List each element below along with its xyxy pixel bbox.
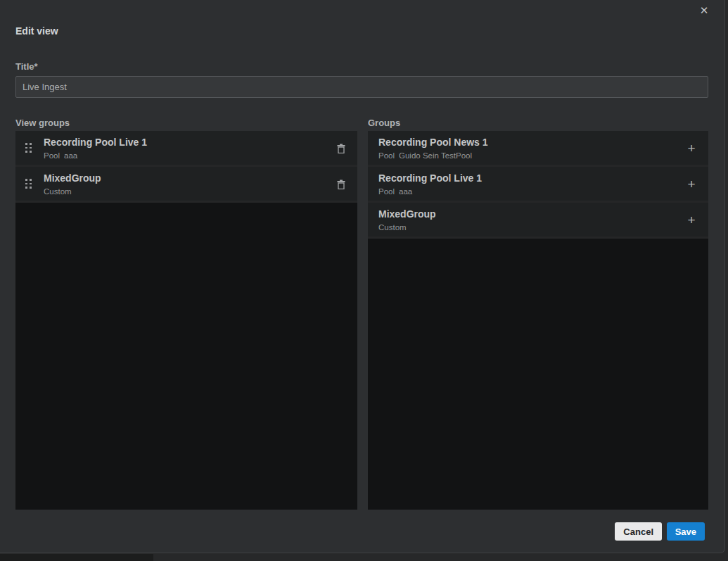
plus-icon[interactable]: +	[684, 140, 698, 157]
view-group-row[interactable]: MixedGroup Custom	[15, 167, 357, 203]
group-meta-value: Guido Sein TestPool	[399, 151, 472, 160]
group-subtitle: Custom	[378, 223, 411, 232]
trash-icon[interactable]	[335, 142, 347, 155]
group-subtitle: Poolaaa	[44, 151, 77, 160]
page-behind-modal	[0, 554, 153, 561]
group-title: Recording Pool Live 1	[44, 137, 147, 148]
group-subtitle: Poolaaa	[378, 187, 412, 196]
edit-view-dialog: Edit view ✕ Title* View groups Groups Re…	[0, 0, 725, 553]
plus-icon[interactable]: +	[684, 176, 698, 193]
group-title: MixedGroup	[378, 208, 436, 220]
available-group-row[interactable]: Recording Pool Live 1 Poolaaa +	[368, 167, 708, 203]
group-type: Pool	[378, 187, 395, 196]
save-button[interactable]: Save	[667, 522, 705, 541]
group-type: Custom	[44, 187, 72, 196]
drag-handle-icon[interactable]	[25, 143, 32, 154]
trash-icon[interactable]	[335, 178, 347, 191]
available-group-row[interactable]: MixedGroup Custom +	[368, 203, 708, 239]
cancel-button[interactable]: Cancel	[615, 522, 662, 541]
view-groups-label: View groups	[15, 118, 70, 128]
groups-panel: Recording Pool News 1 PoolGuido Sein Tes…	[368, 131, 708, 510]
plus-icon[interactable]: +	[684, 212, 698, 229]
group-title: Recording Pool Live 1	[378, 172, 482, 184]
group-meta-value: aaa	[64, 151, 77, 160]
view-group-row[interactable]: Recording Pool Live 1 Poolaaa	[15, 131, 357, 167]
group-title: MixedGroup	[44, 172, 101, 184]
group-meta-value: aaa	[399, 187, 412, 196]
group-subtitle: Custom	[44, 187, 76, 196]
group-type: Pool	[378, 151, 395, 160]
dialog-title: Edit view	[15, 25, 58, 37]
group-subtitle: PoolGuido Sein TestPool	[378, 151, 472, 160]
close-icon[interactable]: ✕	[696, 3, 712, 18]
drag-handle-icon[interactable]	[25, 179, 32, 190]
title-field-label: Title*	[15, 61, 38, 72]
available-group-row[interactable]: Recording Pool News 1 PoolGuido Sein Tes…	[368, 131, 708, 167]
screen: Edit view ✕ Title* View groups Groups Re…	[0, 0, 728, 561]
group-type: Pool	[44, 151, 60, 160]
group-type: Custom	[378, 223, 407, 232]
title-input[interactable]	[15, 76, 708, 98]
view-groups-panel: Recording Pool Live 1 Poolaaa MixedGroup…	[15, 131, 357, 510]
group-title: Recording Pool News 1	[378, 137, 488, 148]
groups-label: Groups	[368, 118, 400, 128]
